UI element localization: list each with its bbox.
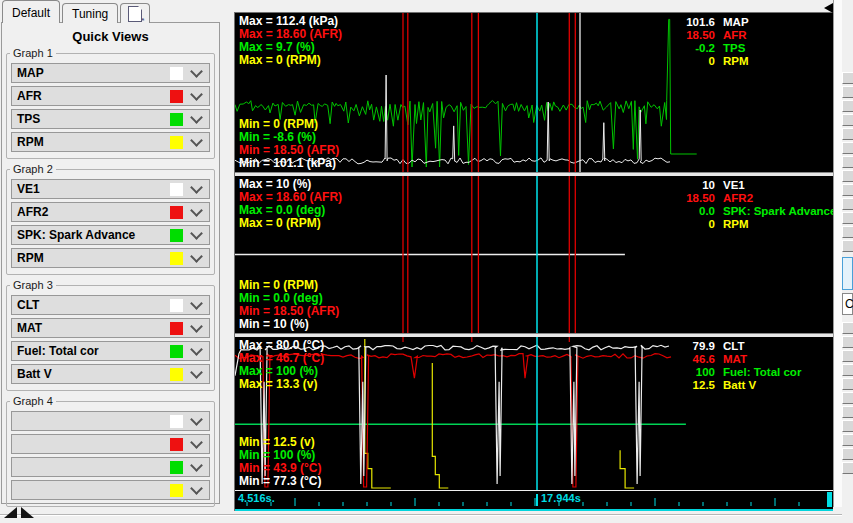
quick-views-panel: Quick Views Graph 1MAPAFRTPSRPMGraph 2VE… xyxy=(1,22,220,504)
side-button[interactable] xyxy=(842,170,853,182)
chevron-down-icon xyxy=(190,65,203,78)
channel-select[interactable]: Batt V xyxy=(11,364,210,384)
graph-group: Graph 4 xyxy=(6,395,215,507)
side-button[interactable] xyxy=(842,448,853,460)
value: 100 xyxy=(647,366,715,379)
graph-panel-2[interactable]: Max = 10 (%)Max = 18.60 (AFR)Max = 0.0 (… xyxy=(235,176,833,333)
channel-select[interactable]: AFR xyxy=(11,86,210,106)
side-button[interactable] xyxy=(842,364,853,376)
tab-new-view[interactable]: * xyxy=(120,3,150,23)
channel-select[interactable] xyxy=(11,457,210,477)
value: 0.0 xyxy=(647,205,715,218)
value-row: 0.0SPK: Spark Advance xyxy=(647,205,833,218)
side-button[interactable] xyxy=(842,86,853,98)
channel-select[interactable] xyxy=(11,411,210,431)
side-button[interactable] xyxy=(842,114,853,126)
color-swatch xyxy=(170,484,183,497)
channel-select[interactable]: MAP xyxy=(11,63,210,83)
side-button[interactable] xyxy=(842,72,853,84)
side-button[interactable] xyxy=(842,406,853,418)
chevron-down-icon xyxy=(190,436,203,449)
channel-select[interactable]: AFR2 xyxy=(11,202,210,222)
chevron-down-icon xyxy=(190,250,203,263)
color-swatch xyxy=(170,183,183,196)
color-swatch xyxy=(170,345,183,358)
color-swatch xyxy=(170,322,183,335)
channel-label: SPK: Spark Advance xyxy=(12,228,170,242)
side-button[interactable] xyxy=(842,420,853,432)
graph-group: Graph 3CLTMATFuel: Total corBatt V xyxy=(6,279,215,391)
side-button[interactable] xyxy=(842,462,853,474)
color-swatch xyxy=(170,461,183,474)
tab-tuning[interactable]: Tuning xyxy=(62,3,118,23)
expand-right-icon[interactable] xyxy=(824,14,833,24)
c-button[interactable]: C xyxy=(842,293,853,315)
side-button[interactable] xyxy=(842,336,853,348)
value-label: MAP xyxy=(723,16,749,28)
highlighted-field[interactable] xyxy=(842,257,853,290)
value-row: 10VE1 xyxy=(647,179,833,192)
color-swatch xyxy=(170,90,183,103)
quick-views-title: Quick Views xyxy=(2,23,219,46)
side-button[interactable] xyxy=(842,350,853,362)
value: 79.9 xyxy=(647,340,715,353)
side-button[interactable] xyxy=(842,434,853,446)
side-button[interactable] xyxy=(842,198,853,210)
right-side-panel: C xyxy=(842,0,853,523)
value: 0 xyxy=(647,55,715,68)
channel-label: AFR xyxy=(12,89,170,103)
quick-views-groups: Graph 1MAPAFRTPSRPMGraph 2VE1AFR2SPK: Sp… xyxy=(2,47,219,507)
stat-label: Max = 0 (RPM) xyxy=(239,217,342,230)
scroll-right-icon[interactable] xyxy=(21,507,34,518)
side-button[interactable] xyxy=(842,128,853,140)
value: 10 xyxy=(647,179,715,192)
channel-label: MAP xyxy=(12,66,170,80)
channel-label: AFR2 xyxy=(12,205,170,219)
channel-select[interactable]: SPK: Spark Advance xyxy=(11,225,210,245)
color-swatch xyxy=(170,113,183,126)
scroll-left-icon[interactable] xyxy=(4,507,17,518)
channel-label: Batt V xyxy=(12,367,170,381)
channel-select[interactable]: Fuel: Total cor xyxy=(11,341,210,361)
max-labels: Max = 80.0 (°C)Max = 46.7 (°C)Max = 100 … xyxy=(239,339,324,391)
tab-bar: Default Tuning * xyxy=(2,0,152,23)
side-button[interactable] xyxy=(842,212,853,224)
color-swatch xyxy=(170,67,183,80)
chevron-down-icon xyxy=(190,297,203,310)
graph-panel-3[interactable]: Max = 80.0 (°C)Max = 46.7 (°C)Max = 100 … xyxy=(235,337,833,490)
channel-label: VE1 xyxy=(12,182,170,196)
side-button[interactable] xyxy=(842,392,853,404)
value-label: AFR2 xyxy=(723,192,753,204)
channel-select[interactable]: MAT xyxy=(11,318,210,338)
side-button[interactable] xyxy=(842,100,853,112)
channel-select[interactable]: VE1 xyxy=(11,179,210,199)
channel-select[interactable]: CLT xyxy=(11,295,210,315)
timeline-scrubber[interactable]: 4.516s. 17.944s xyxy=(235,491,833,511)
graph-group-label: Graph 3 xyxy=(10,279,56,291)
chevron-down-icon xyxy=(190,413,203,426)
value-label: CLT xyxy=(723,340,745,352)
value: 12.5 xyxy=(647,379,715,392)
timeline-cursor-time: 17.944s xyxy=(541,492,581,504)
value-label: VE1 xyxy=(723,179,745,191)
color-swatch xyxy=(170,206,183,219)
side-button[interactable] xyxy=(842,184,853,196)
current-values: 79.9CLT46.6MAT100Fuel: Total cor12.5Batt… xyxy=(647,340,801,392)
side-button[interactable] xyxy=(842,378,853,390)
value-label: RPM xyxy=(723,218,749,230)
channel-select[interactable]: RPM xyxy=(11,248,210,268)
side-button[interactable] xyxy=(842,156,853,168)
side-button[interactable] xyxy=(842,240,853,252)
graph-panel-1[interactable]: Max = 112.4 (kPa)Max = 18.60 (AFR)Max = … xyxy=(235,13,833,172)
collapse-left-icon[interactable] xyxy=(824,3,833,13)
side-button[interactable] xyxy=(842,142,853,154)
channel-select[interactable] xyxy=(11,434,210,454)
channel-select[interactable] xyxy=(11,480,210,500)
side-button[interactable] xyxy=(842,226,853,238)
chevron-down-icon xyxy=(190,459,203,472)
side-button[interactable] xyxy=(842,322,853,334)
channel-select[interactable]: RPM xyxy=(11,132,210,152)
channel-select[interactable]: TPS xyxy=(11,109,210,129)
value-label: Fuel: Total cor xyxy=(723,366,801,378)
tab-default[interactable]: Default xyxy=(2,0,60,23)
